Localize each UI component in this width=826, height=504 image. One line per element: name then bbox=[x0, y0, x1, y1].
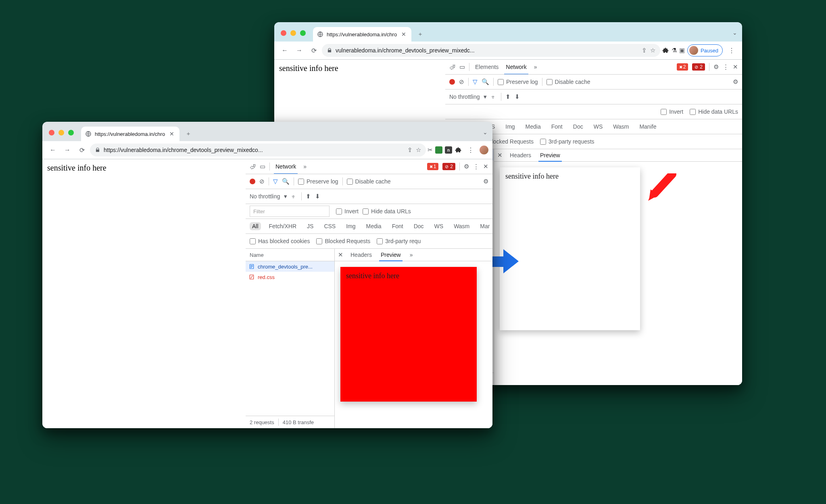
inspect-icon[interactable]: ⮰ bbox=[449, 64, 455, 71]
invert-checkbox[interactable]: Invert bbox=[661, 108, 683, 115]
back-button[interactable]: ← bbox=[46, 144, 59, 156]
chevron-down-icon[interactable]: ▾ bbox=[284, 193, 287, 200]
type-filter[interactable]: JS bbox=[305, 222, 316, 230]
close-icon[interactable]: ✕ bbox=[338, 251, 343, 258]
throttle-select[interactable]: No throttling bbox=[449, 94, 480, 100]
wifi-icon[interactable]: ᯤ bbox=[491, 94, 497, 100]
forward-button[interactable]: → bbox=[293, 44, 306, 57]
kebab-icon[interactable]: ⋮ bbox=[473, 163, 479, 170]
tab-elements[interactable]: Elements bbox=[473, 60, 500, 74]
browser-tab[interactable]: https://vulnerabledoma.in/chro ✕ bbox=[313, 27, 411, 42]
hide-data-urls-checkbox[interactable]: Hide data URLs bbox=[690, 108, 738, 115]
inspect-icon[interactable]: ⮰ bbox=[250, 163, 256, 170]
type-filter[interactable]: CSS bbox=[321, 222, 338, 230]
third-party-checkbox[interactable]: 3rd-party requ bbox=[377, 238, 421, 244]
gear-icon[interactable]: ⚙ bbox=[713, 63, 719, 71]
search-icon[interactable]: 🔍 bbox=[482, 78, 489, 85]
type-filter[interactable]: Manife bbox=[637, 123, 659, 131]
disable-cache-checkbox[interactable]: Disable cache bbox=[546, 79, 590, 85]
back-button[interactable]: ← bbox=[278, 44, 291, 57]
type-filter[interactable]: Wasm bbox=[451, 222, 472, 230]
type-filter[interactable]: Wasm bbox=[611, 123, 631, 131]
filter-icon[interactable]: ▽ bbox=[273, 178, 278, 185]
tabs-overflow-icon[interactable]: » bbox=[408, 249, 415, 261]
type-filter[interactable]: Mar bbox=[478, 222, 492, 230]
maximize-window-icon[interactable] bbox=[300, 30, 306, 36]
download-icon[interactable]: ⬇ bbox=[315, 193, 320, 200]
chrome-menu-icon[interactable]: ⋮ bbox=[464, 144, 477, 156]
tab-headers[interactable]: Headers bbox=[349, 249, 373, 261]
tabs-overflow-icon[interactable]: » bbox=[532, 60, 539, 74]
gear-icon[interactable]: ⚙ bbox=[464, 163, 469, 170]
download-icon[interactable]: ⬇ bbox=[515, 93, 520, 100]
minimize-window-icon[interactable] bbox=[290, 30, 296, 36]
tab-network[interactable]: Network bbox=[504, 60, 528, 74]
gear-icon[interactable]: ⚙ bbox=[483, 178, 488, 185]
close-window-icon[interactable] bbox=[281, 30, 286, 36]
has-blocked-cookies-checkbox[interactable]: Has blocked cookies bbox=[250, 238, 310, 244]
upload-icon[interactable]: ⬆ bbox=[306, 193, 311, 200]
column-header-name[interactable]: Name bbox=[246, 249, 334, 261]
hide-data-urls-checkbox[interactable]: Hide data URLs bbox=[363, 208, 411, 215]
bookmark-icon[interactable]: ☆ bbox=[650, 47, 655, 54]
chrome-menu-icon[interactable]: ⋮ bbox=[725, 44, 738, 57]
type-filter[interactable]: Media bbox=[523, 123, 543, 131]
type-filter[interactable]: WS bbox=[432, 222, 446, 230]
type-filter[interactable]: Img bbox=[344, 222, 358, 230]
issues-badge[interactable]: 2 bbox=[692, 63, 705, 71]
forward-button[interactable]: → bbox=[61, 144, 74, 156]
extensions-icon[interactable] bbox=[455, 146, 462, 154]
throttle-select[interactable]: No throttling bbox=[250, 193, 280, 200]
extension-icon[interactable]: n bbox=[445, 146, 452, 154]
tab-preview[interactable]: Preview bbox=[538, 149, 562, 161]
device-icon[interactable]: ▭ bbox=[459, 63, 465, 71]
request-row[interactable]: red.css bbox=[246, 272, 334, 282]
scissors-icon[interactable]: ✂ bbox=[428, 146, 433, 154]
kebab-icon[interactable]: ⋮ bbox=[723, 63, 729, 71]
blocked-requests-checkbox[interactable]: Blocked Requests bbox=[316, 238, 370, 244]
preserve-log-checkbox[interactable]: Preserve log bbox=[498, 79, 538, 85]
chevron-down-icon[interactable]: ▾ bbox=[484, 93, 487, 100]
device-icon[interactable]: ▭ bbox=[260, 163, 265, 170]
type-filter[interactable]: Img bbox=[503, 123, 517, 131]
clear-icon[interactable]: ⊘ bbox=[459, 78, 464, 85]
share-icon[interactable]: ⇪ bbox=[407, 146, 413, 154]
third-party-checkbox[interactable]: 3rd-party requests bbox=[540, 138, 594, 145]
tab-headers[interactable]: Headers bbox=[508, 149, 533, 161]
type-filter[interactable]: WS bbox=[591, 123, 605, 131]
type-filter[interactable]: Media bbox=[364, 222, 384, 230]
error-badge[interactable]: 1 bbox=[427, 163, 439, 170]
address-bar[interactable]: vulnerabledoma.in/chrome_devtools_previe… bbox=[322, 44, 660, 57]
tab-network[interactable]: Network bbox=[274, 159, 298, 174]
issues-badge[interactable]: 2 bbox=[442, 163, 455, 170]
clear-icon[interactable]: ⊘ bbox=[259, 178, 265, 185]
close-icon[interactable]: ✕ bbox=[483, 163, 488, 170]
share-icon[interactable]: ⇪ bbox=[642, 47, 647, 54]
wifi-icon[interactable]: ᯤ bbox=[291, 193, 297, 200]
type-filter[interactable]: All bbox=[250, 222, 261, 230]
close-icon[interactable]: ✕ bbox=[497, 152, 503, 159]
request-row[interactable]: chrome_devtools_pre... bbox=[246, 261, 334, 272]
browser-tab[interactable]: https://vulnerabledoma.in/chro ✕ bbox=[81, 127, 179, 141]
upload-icon[interactable]: ⬆ bbox=[505, 93, 511, 100]
profile-paused-chip[interactable]: Paused bbox=[687, 44, 723, 56]
type-filter[interactable]: Font bbox=[549, 123, 565, 131]
new-tab-button[interactable]: ＋ bbox=[415, 29, 426, 40]
new-tab-button[interactable]: ＋ bbox=[183, 128, 194, 140]
disable-cache-checkbox[interactable]: Disable cache bbox=[347, 178, 391, 185]
close-tab-icon[interactable]: ✕ bbox=[400, 31, 407, 37]
avatar-icon[interactable] bbox=[480, 146, 488, 154]
tabs-menu-icon[interactable]: ⌄ bbox=[483, 129, 488, 135]
type-filter[interactable]: Doc bbox=[411, 222, 426, 230]
preserve-log-checkbox[interactable]: Preserve log bbox=[298, 178, 338, 185]
reload-button[interactable]: ⟳ bbox=[307, 44, 320, 57]
error-badge[interactable]: 2 bbox=[677, 63, 688, 71]
tab-preview[interactable]: Preview bbox=[379, 249, 403, 261]
tabs-overflow-icon[interactable]: » bbox=[302, 159, 308, 174]
close-window-icon[interactable] bbox=[49, 130, 54, 135]
minimize-window-icon[interactable] bbox=[58, 130, 64, 135]
panel-icon[interactable]: ▣ bbox=[679, 47, 685, 54]
extension-icon[interactable] bbox=[435, 146, 442, 154]
reload-button[interactable]: ⟳ bbox=[75, 144, 88, 156]
filter-input[interactable]: Filter bbox=[250, 206, 330, 217]
